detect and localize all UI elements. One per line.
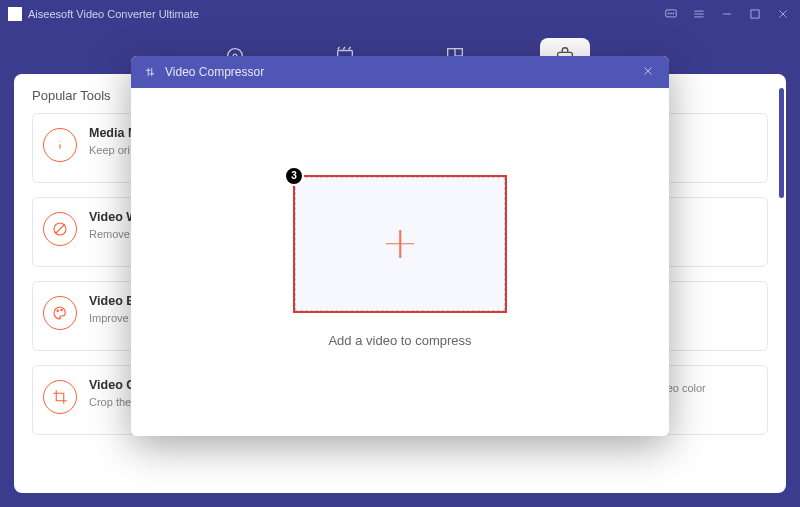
dropzone-wrap: 3	[295, 177, 505, 311]
maximize-icon[interactable]	[746, 5, 764, 23]
app-logo	[8, 7, 22, 21]
crop-icon	[43, 380, 77, 414]
step-badge: 3	[284, 166, 304, 186]
app-title: Aiseesoft Video Converter Ultimate	[28, 8, 199, 20]
svg-line-23	[56, 225, 65, 234]
svg-point-27	[61, 309, 63, 311]
video-compressor-modal: Video Compressor 3 Add a video to compre…	[131, 56, 669, 436]
compressor-icon	[143, 65, 157, 79]
plus-icon	[386, 230, 414, 258]
info-icon	[43, 128, 77, 162]
dropzone-caption: Add a video to compress	[328, 333, 471, 348]
scrollbar-thumb[interactable]	[779, 88, 784, 198]
minimize-icon[interactable]	[718, 5, 736, 23]
menu-icon[interactable]	[690, 5, 708, 23]
svg-point-1	[668, 13, 669, 14]
svg-point-2	[671, 13, 672, 14]
svg-point-26	[57, 310, 59, 312]
add-video-dropzone[interactable]	[295, 177, 505, 311]
modal-close-button[interactable]	[641, 64, 657, 80]
svg-point-3	[673, 13, 674, 14]
modal-title: Video Compressor	[165, 65, 264, 79]
feedback-icon[interactable]	[662, 5, 680, 23]
titlebar: Aiseesoft Video Converter Ultimate	[0, 0, 800, 28]
modal-header: Video Compressor	[131, 56, 669, 88]
no-watermark-icon	[43, 212, 77, 246]
modal-body: 3 Add a video to compress	[131, 88, 669, 436]
palette-icon	[43, 296, 77, 330]
svg-rect-8	[751, 10, 759, 18]
close-icon[interactable]	[774, 5, 792, 23]
